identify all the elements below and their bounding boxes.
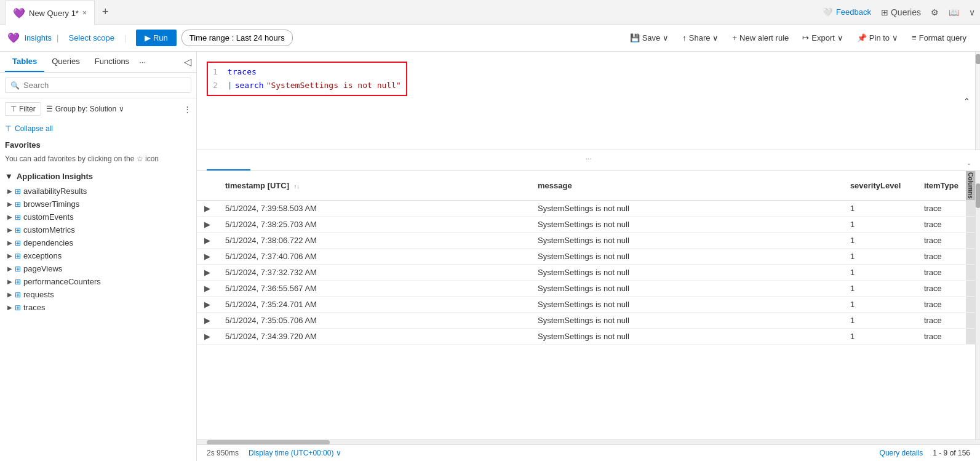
col-itemtype-header[interactable]: itemType bbox=[917, 171, 966, 200]
results-tbody: ▶ 5/1/2024, 7:39:58.503 AM SystemSetting… bbox=[197, 200, 975, 344]
cell-stripe-1 bbox=[966, 216, 975, 232]
query-details-button[interactable]: Query details bbox=[880, 449, 923, 457]
time-range-button[interactable]: Time range : Last 24 hours bbox=[181, 30, 293, 46]
data-table: timestamp [UTC] ↑↓ message severityLevel… bbox=[197, 171, 975, 345]
save-chevron: ∨ bbox=[663, 33, 669, 42]
row-expand-0[interactable]: ▶ bbox=[197, 200, 218, 216]
new-tab-button[interactable]: + bbox=[97, 6, 114, 18]
tree-item-customMetrics[interactable]: ▶ ⊞ customMetrics bbox=[5, 223, 191, 236]
columns-label: Columns bbox=[966, 171, 975, 200]
cell-timestamp-4: 5/1/2024, 7:37:32.732 AM bbox=[218, 264, 530, 280]
col-expand-header bbox=[197, 171, 218, 200]
insights-link[interactable]: insights bbox=[25, 33, 52, 42]
book-button[interactable]: 📖 bbox=[949, 7, 959, 17]
export-label: Export bbox=[811, 33, 835, 42]
collapse-all-button[interactable]: ⊤ Collapse all bbox=[5, 124, 191, 133]
toolbar-left: 💜 insights | Select scope bbox=[7, 32, 114, 44]
tab-functions[interactable]: Functions bbox=[87, 52, 137, 72]
columns-button[interactable]: Columns bbox=[966, 171, 975, 200]
search-input[interactable] bbox=[23, 81, 186, 90]
tree-item-customEvents[interactable]: ▶ ⊞ customEvents bbox=[5, 210, 191, 223]
feedback-button[interactable]: 🤍 Feedback bbox=[823, 7, 871, 17]
search-keyword: search bbox=[235, 79, 264, 92]
table-header-row: timestamp [UTC] ↑↓ message severityLevel… bbox=[197, 171, 975, 200]
query-editor[interactable]: 1 traces 2 | search "SystemSettings is n… bbox=[197, 52, 980, 150]
collapse-all-label: Collapse all bbox=[15, 124, 53, 133]
row-expand-7[interactable]: ▶ bbox=[197, 312, 218, 328]
tab-close-button[interactable]: × bbox=[82, 9, 87, 17]
row-expand-5[interactable]: ▶ bbox=[197, 280, 218, 296]
sidebar-more-button[interactable]: ··· bbox=[139, 57, 146, 66]
table-row: ▶ 5/1/2024, 7:38:25.703 AM SystemSetting… bbox=[197, 216, 975, 232]
table-icon: ⊞ bbox=[15, 213, 21, 222]
editor-area: 1 traces 2 | search "SystemSettings is n… bbox=[197, 52, 980, 461]
row-expand-4[interactable]: ▶ bbox=[197, 264, 218, 280]
tree-item-availabilityResults[interactable]: ▶ ⊞ availabilityResults bbox=[5, 185, 191, 198]
active-tab[interactable]: 💜 New Query 1* × bbox=[5, 1, 95, 25]
row-expand-8[interactable]: ▶ bbox=[197, 328, 218, 344]
query-highlight-box[interactable]: 1 traces 2 | search "SystemSettings is n… bbox=[207, 62, 407, 96]
tree-expand-icon: ▶ bbox=[7, 214, 12, 220]
new-alert-button[interactable]: + New alert rule bbox=[726, 30, 795, 46]
table-icon: ⊞ bbox=[15, 265, 21, 273]
save-icon: 💾 bbox=[630, 33, 640, 42]
share-button[interactable]: ↑ Share ∨ bbox=[676, 30, 725, 46]
col-message-header[interactable]: message bbox=[530, 171, 843, 200]
select-scope-button[interactable]: Select scope bbox=[68, 33, 114, 42]
editor-bottom-bar: ... ⌃ bbox=[197, 150, 980, 164]
filter-icon: ⊤ bbox=[10, 105, 17, 113]
tree-item-dependencies[interactable]: ▶ ⊞ dependencies bbox=[5, 236, 191, 249]
cell-message-8: SystemSettings is not null bbox=[530, 328, 843, 344]
display-time-button[interactable]: Display time (UTC+00:00) ∨ bbox=[249, 449, 341, 457]
editor-scrollbar[interactable] bbox=[975, 52, 980, 150]
format-query-button[interactable]: ≡ Format query bbox=[906, 30, 973, 46]
more-options-button[interactable]: ⋮ bbox=[183, 105, 191, 114]
tree-expand-icon: ▶ bbox=[7, 188, 12, 194]
tree-expand-icon: ▶ bbox=[7, 304, 12, 311]
row-expand-3[interactable]: ▶ bbox=[197, 248, 218, 264]
tree-item-pageViews[interactable]: ▶ ⊞ pageViews bbox=[5, 262, 191, 275]
table-row: ▶ 5/1/2024, 7:37:32.732 AM SystemSetting… bbox=[197, 264, 975, 280]
sidebar-collapse-button[interactable]: ◁ bbox=[184, 56, 191, 68]
line-number-2: 2 bbox=[213, 79, 218, 92]
cell-severity-2: 1 bbox=[843, 232, 917, 248]
tree-item-performanceCounters[interactable]: ▶ ⊞ performanceCounters bbox=[5, 275, 191, 288]
feedback-label: Feedback bbox=[836, 7, 871, 17]
row-expand-1[interactable]: ▶ bbox=[197, 216, 218, 232]
col-timestamp-header[interactable]: timestamp [UTC] ↑↓ bbox=[218, 171, 530, 200]
app-insights-header[interactable]: ▼ Application Insights bbox=[5, 172, 191, 181]
collapse-editor-button[interactable]: ⌃ bbox=[963, 96, 970, 105]
results-scrollbar-thumb bbox=[976, 183, 980, 208]
run-button[interactable]: ▶ Run bbox=[136, 30, 176, 46]
group-by-button[interactable]: ☰ Group by: Solution ∨ bbox=[46, 105, 124, 113]
tree-item-requests[interactable]: ▶ ⊞ requests bbox=[5, 288, 191, 301]
tab-tables[interactable]: Tables bbox=[5, 52, 44, 72]
results-scrollbar[interactable] bbox=[975, 171, 980, 439]
save-button[interactable]: 💾 Save ∨ bbox=[624, 30, 675, 46]
tree-label: browserTimings bbox=[23, 199, 79, 209]
horizontal-scrollbar[interactable] bbox=[197, 439, 980, 444]
filter-button[interactable]: ⊤ Filter bbox=[5, 102, 41, 116]
cell-stripe-7 bbox=[966, 312, 975, 328]
queries-button[interactable]: ⊞ Queries bbox=[881, 7, 921, 17]
table-icon: ⊞ bbox=[15, 278, 21, 286]
tab-queries[interactable]: Queries bbox=[44, 52, 87, 72]
tree-item-browserTimings[interactable]: ▶ ⊞ browserTimings bbox=[5, 198, 191, 210]
sidebar-tabs: Tables Queries Functions ··· ◁ bbox=[0, 52, 196, 73]
cell-message-2: SystemSettings is not null bbox=[530, 232, 843, 248]
settings-button[interactable]: ⚙ bbox=[931, 7, 939, 17]
pin-to-button[interactable]: 📌 Pin to ∨ bbox=[851, 30, 904, 46]
export-button[interactable]: ↦ Export ∨ bbox=[796, 30, 850, 46]
cell-severity-4: 1 bbox=[843, 264, 917, 280]
tree-item-traces[interactable]: ▶ ⊞ traces bbox=[5, 301, 191, 314]
cell-stripe-8 bbox=[966, 328, 975, 344]
chevron-down-button[interactable]: ∨ bbox=[969, 7, 975, 17]
tree-item-exceptions[interactable]: ▶ ⊞ exceptions bbox=[5, 249, 191, 262]
cell-timestamp-1: 5/1/2024, 7:38:25.703 AM bbox=[218, 216, 530, 232]
row-expand-6[interactable]: ▶ bbox=[197, 296, 218, 312]
group-chevron: ∨ bbox=[119, 105, 124, 113]
row-expand-2[interactable]: ▶ bbox=[197, 232, 218, 248]
tree-expand-icon: ▶ bbox=[7, 226, 12, 233]
tree-expand-icon: ▶ bbox=[7, 201, 12, 207]
col-severity-header[interactable]: severityLevel bbox=[843, 171, 917, 200]
